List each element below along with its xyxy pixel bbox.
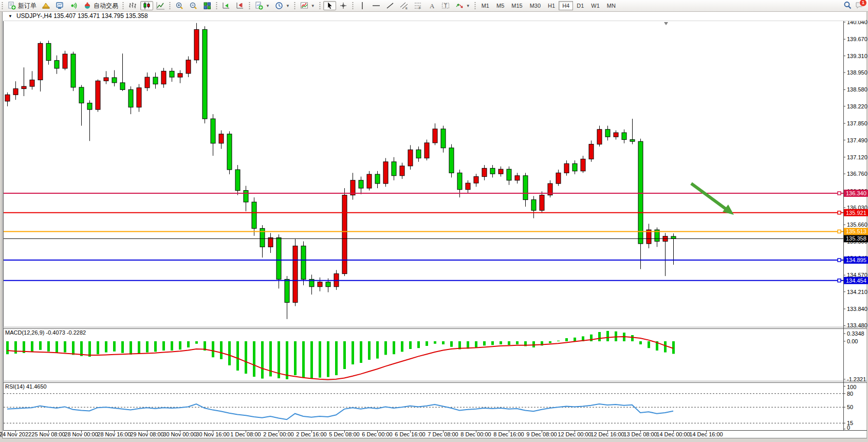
candle: [46, 43, 51, 60]
candle: [79, 87, 84, 103]
toolbar-group-grip: [474, 2, 476, 10]
chart-canvas[interactable]: 140.040139.670139.310138.950138.580138.2…: [0, 0, 868, 442]
timeframe-button-m1[interactable]: M1: [478, 1, 493, 10]
mt4-application: { "toolbar": { "groups": [ {"items":[{"i…: [0, 0, 868, 442]
candle: [449, 148, 454, 173]
candle: [523, 176, 528, 200]
cursor-button[interactable]: [323, 1, 336, 10]
search-icon[interactable]: [843, 1, 852, 11]
candle: [227, 134, 232, 170]
candle: [5, 95, 10, 101]
chevron-down-icon[interactable]: ▼: [266, 4, 270, 8]
chevron-down-icon[interactable]: ▼: [311, 4, 315, 8]
candle: [104, 78, 108, 81]
timeframe-button-h4[interactable]: H4: [559, 1, 573, 10]
candle: [474, 177, 478, 183]
price-line-badge-label: 135.358: [846, 235, 866, 242]
auto-scroll-button[interactable]: [220, 1, 233, 10]
time-tick-label: 2 Dec 00:00: [263, 431, 293, 437]
candle: [392, 162, 396, 176]
candle: [416, 150, 421, 158]
zoom-out-button[interactable]: [187, 1, 200, 10]
new-order-button[interactable]: 新订单: [6, 1, 39, 10]
candle: [424, 143, 429, 158]
timeframe-button-d1[interactable]: D1: [573, 1, 587, 10]
candle: [638, 141, 643, 244]
price-line-badge-label: 134.454: [846, 278, 866, 284]
bar-chart-button[interactable]: [126, 1, 139, 10]
price-line-badge-label: 135.513: [846, 228, 866, 234]
price-tick-label: 136.760: [847, 171, 867, 177]
chart-shift-button[interactable]: [234, 1, 247, 10]
line-handle[interactable]: [838, 192, 841, 195]
price-line-badge-label: 135.921: [846, 210, 866, 216]
chevron-down-icon[interactable]: ▼: [466, 4, 470, 8]
indicators-button[interactable]: ▼: [298, 1, 317, 10]
price-line-badge-label: 136.340: [846, 190, 866, 196]
zoom-in-button[interactable]: [173, 1, 186, 10]
terminal-button[interactable]: [53, 1, 66, 10]
svg-text:E: E: [405, 7, 408, 10]
candle: [128, 89, 133, 107]
channel-button[interactable]: E: [398, 1, 411, 10]
rsi-tick-label: 80: [847, 391, 853, 397]
timeframe-button-mn[interactable]: MN: [603, 1, 619, 10]
line-handle[interactable]: [838, 211, 841, 214]
timeframe-button-w1[interactable]: W1: [587, 1, 603, 10]
candle: [219, 134, 224, 143]
fibonacci-button[interactable]: F: [412, 1, 424, 10]
chevron-down-icon[interactable]: ▼: [286, 4, 290, 8]
horizontal-line-button[interactable]: [370, 1, 383, 10]
text-button[interactable]: A: [426, 1, 438, 10]
time-tick-label: 9 Dec 08:00: [526, 431, 557, 437]
notifications-button[interactable]: 1: [855, 1, 864, 11]
tile-windows-button[interactable]: [201, 1, 214, 10]
rsi-tick-label: 100: [847, 384, 856, 390]
candle: [178, 73, 182, 77]
candle: [564, 163, 569, 173]
chart-title-text: USDJPY-,H4 135.407 135.471 134.795 135.3…: [16, 12, 148, 20]
signals-button[interactable]: [67, 1, 80, 10]
chart-window-titlebar[interactable]: ▼ USDJPY-,H4 135.407 135.471 134.795 135…: [3, 11, 866, 21]
vertical-line-icon: [358, 2, 367, 10]
macd-label: MACD(12,26,9) -0.4073 -0.2282: [5, 329, 86, 336]
zoom-out-icon: [189, 2, 198, 10]
cursor-icon: [325, 2, 334, 10]
candle: [597, 130, 602, 144]
candlestick-button[interactable]: [140, 1, 153, 10]
toolbar-group-grip: [169, 2, 171, 10]
periods-button[interactable]: ▼: [273, 1, 292, 10]
candle: [153, 77, 158, 84]
channel-icon: E: [400, 2, 409, 10]
candle: [161, 71, 166, 84]
trendline-button[interactable]: [384, 1, 397, 10]
crosshair-button[interactable]: [337, 1, 350, 10]
time-tick-label: 8 Dec 16:00: [493, 431, 524, 437]
auto-trading-button[interactable]: 自动交易: [81, 1, 120, 10]
label-button[interactable]: T: [439, 1, 452, 10]
market-watch-button[interactable]: [40, 1, 52, 10]
time-tick-label: 1 Dec 08:00: [230, 431, 261, 437]
line-handle[interactable]: [838, 230, 841, 233]
timeframe-button-m5[interactable]: M5: [493, 1, 508, 10]
line-handle[interactable]: [838, 279, 841, 282]
price-tick-label: 138.220: [847, 103, 867, 109]
candle: [408, 150, 413, 166]
candle: [285, 279, 289, 302]
new-chart-button[interactable]: ▼: [253, 1, 272, 10]
line-handle[interactable]: [838, 259, 841, 262]
line-chart-button[interactable]: [154, 1, 167, 10]
price-tick-label: 133.840: [847, 306, 867, 312]
timeframe-button-m15[interactable]: M15: [508, 1, 526, 10]
candle: [581, 159, 585, 171]
candle: [630, 140, 635, 142]
timeframe-button-h1[interactable]: H1: [544, 1, 559, 10]
window-menu-icon[interactable]: ▼: [8, 14, 12, 19]
candle: [120, 83, 125, 90]
candle: [457, 173, 462, 189]
vertical-line-button[interactable]: [356, 1, 369, 10]
timeframe-button-m30[interactable]: M30: [526, 1, 544, 10]
shapes-button[interactable]: ▼: [453, 1, 472, 10]
toolbar-group-grip: [2, 2, 3, 10]
terminal-icon: [56, 2, 64, 10]
